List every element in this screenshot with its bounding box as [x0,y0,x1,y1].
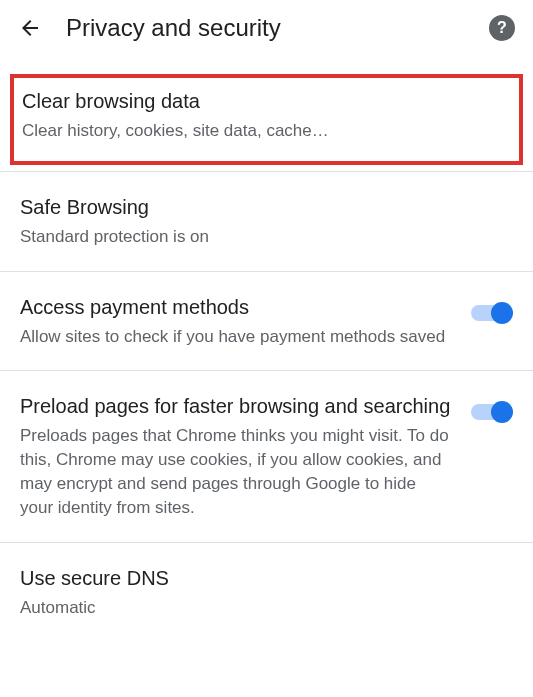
item-title: Preload pages for faster browsing and se… [20,393,451,420]
payment-toggle[interactable] [471,302,513,324]
item-title: Use secure DNS [20,565,513,592]
item-text: Clear browsing data Clear history, cooki… [22,88,511,143]
safe-browsing-item[interactable]: Safe Browsing Standard protection is on [0,172,533,271]
item-text: Use secure DNS Automatic [20,565,513,620]
item-subtitle: Preloads pages that Chrome thinks you mi… [20,424,451,519]
preload-toggle[interactable] [471,401,513,423]
preload-pages-item[interactable]: Preload pages for faster browsing and se… [0,371,533,541]
header: Privacy and security ? [0,0,533,56]
item-subtitle: Allow sites to check if you have payment… [20,325,451,349]
item-text: Safe Browsing Standard protection is on [20,194,513,249]
item-subtitle: Automatic [20,596,513,620]
item-text: Preload pages for faster browsing and se… [20,393,451,519]
use-secure-dns-item[interactable]: Use secure DNS Automatic [0,543,533,642]
arrow-back-icon [18,16,42,40]
back-button[interactable] [18,16,42,40]
item-title: Safe Browsing [20,194,513,221]
item-subtitle: Standard protection is on [20,225,513,249]
help-button[interactable]: ? [489,15,515,41]
highlight-annotation: Clear browsing data Clear history, cooki… [10,74,523,165]
help-icon: ? [497,19,507,37]
item-subtitle: Clear history, cookies, site data, cache… [22,119,511,143]
item-title: Clear browsing data [22,88,511,115]
toggle-thumb [491,302,513,324]
access-payment-methods-item[interactable]: Access payment methods Allow sites to ch… [0,272,533,371]
page-title: Privacy and security [66,14,465,42]
item-title: Access payment methods [20,294,451,321]
toggle-thumb [491,401,513,423]
clear-browsing-data-item[interactable]: Clear browsing data Clear history, cooki… [22,88,511,143]
item-text: Access payment methods Allow sites to ch… [20,294,451,349]
